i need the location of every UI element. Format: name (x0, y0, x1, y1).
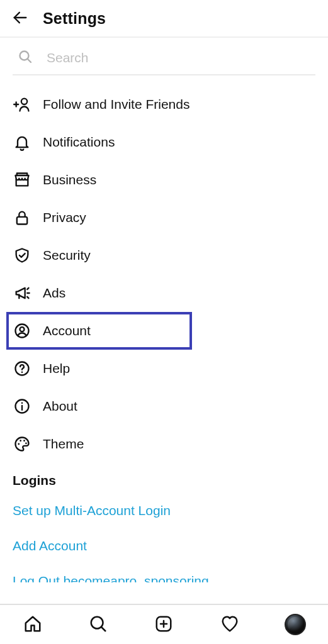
settings-item-follow-and-invite-friends[interactable]: Follow and Invite Friends (0, 86, 328, 123)
settings-item-label: Notifications (43, 135, 115, 150)
logins-link-2[interactable]: Log Out becomeapro_sponsoring (0, 564, 328, 582)
bottom-nav (0, 604, 328, 644)
home-icon (23, 614, 42, 635)
add-post-icon (154, 614, 173, 635)
bell-icon (13, 133, 31, 152)
shield-icon (13, 246, 31, 265)
store-icon (13, 170, 31, 189)
svg-line-4 (101, 627, 105, 631)
settings-item-label: Security (43, 248, 91, 263)
settings-item-ads[interactable]: Ads (0, 274, 328, 312)
settings-item-notifications[interactable]: Notifications (0, 123, 328, 161)
settings-item-security[interactable]: Security (0, 236, 328, 274)
settings-item-label: Business (43, 172, 96, 187)
settings-item-label: Follow and Invite Friends (43, 97, 189, 112)
settings-list: Follow and Invite FriendsNotificationsBu… (0, 82, 328, 644)
settings-item-business[interactable]: Business (0, 161, 328, 199)
help-circle-icon (13, 359, 31, 378)
settings-item-label: Theme (43, 436, 84, 452)
nav-activity[interactable] (215, 609, 245, 640)
settings-item-privacy[interactable]: Privacy (0, 199, 328, 236)
back-arrow-icon (11, 9, 29, 28)
logins-link-0[interactable]: Set up Multi-Account Login (0, 493, 328, 528)
lock-icon (13, 208, 31, 227)
avatar (285, 614, 306, 635)
nav-profile[interactable] (280, 609, 310, 640)
page-title: Settings (43, 9, 106, 28)
follow-invite-icon (13, 95, 31, 114)
back-button[interactable] (9, 7, 31, 30)
search-divider (13, 74, 315, 75)
settings-item-account[interactable]: Account (6, 312, 192, 350)
heart-icon (220, 614, 239, 635)
search-icon (89, 614, 108, 635)
nav-search[interactable] (83, 609, 113, 640)
nav-home[interactable] (18, 609, 48, 640)
settings-item-theme[interactable]: Theme (0, 425, 328, 463)
megaphone-icon (13, 284, 31, 303)
info-circle-icon (13, 397, 31, 416)
nav-add-post[interactable] (149, 609, 179, 640)
svg-line-2 (28, 59, 31, 62)
header: Settings (0, 0, 328, 36)
settings-item-about[interactable]: About (0, 387, 328, 425)
settings-item-help[interactable]: Help (0, 350, 328, 387)
search-row[interactable] (0, 38, 328, 74)
settings-item-label: Ads (43, 286, 65, 301)
settings-item-label: Account (43, 323, 91, 338)
person-circle-icon (13, 321, 31, 340)
settings-item-label: Privacy (43, 210, 86, 225)
settings-item-label: About (43, 399, 77, 414)
settings-item-label: Help (43, 361, 70, 376)
palette-icon (13, 435, 31, 453)
search-icon (18, 49, 33, 67)
logins-section-title: Logins (0, 463, 328, 493)
search-input[interactable] (47, 50, 315, 65)
logins-link-1[interactable]: Add Account (0, 528, 328, 564)
